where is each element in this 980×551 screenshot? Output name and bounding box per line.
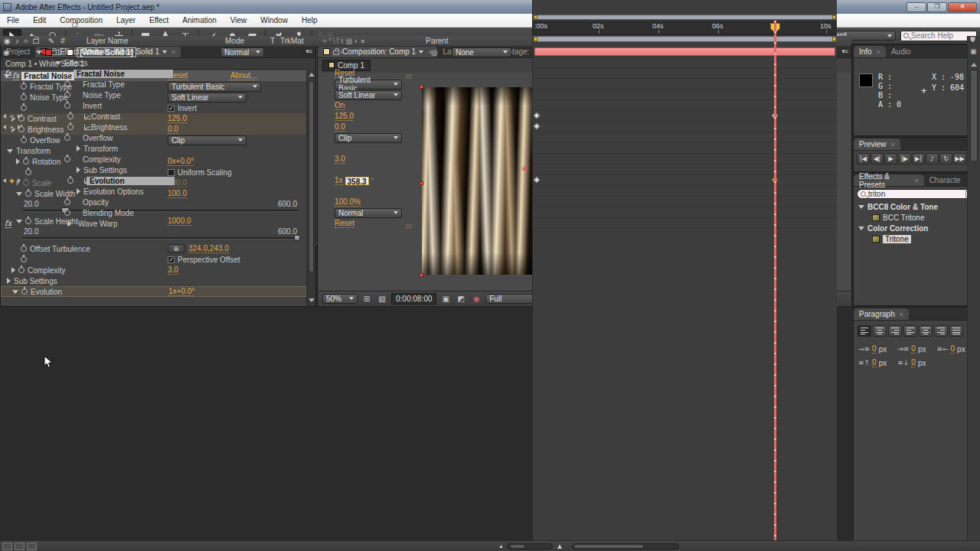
layer-duration-row[interactable]: [533, 47, 837, 57]
close-icon[interactable]: ×: [877, 48, 880, 56]
twirl-right-icon[interactable]: [77, 188, 80, 194]
minimize-button[interactable]: –: [906, 2, 926, 12]
parent-dropdown[interactable]: None: [452, 47, 511, 57]
help-search-box[interactable]: Search Help: [900, 31, 977, 41]
audio-toggle-icon[interactable]: ♪: [926, 153, 939, 165]
tl-row-transform[interactable]: Transform: [0, 143, 532, 154]
stopwatch-icon[interactable]: [67, 178, 74, 184]
twirl-down-icon[interactable]: [858, 227, 864, 230]
fractal-noise-row[interactable]: fx Fractal Noise Reset ...: [0, 68, 532, 79]
contrast-keyframe-row[interactable]: [533, 111, 837, 122]
close-icon[interactable]: ×: [891, 141, 895, 148]
time-navigator-bar[interactable]: [533, 15, 837, 20]
align-right-button[interactable]: [888, 325, 902, 337]
stopwatch-icon[interactable]: [64, 103, 70, 109]
field-value[interactable]: 0: [911, 358, 916, 367]
tl-row-evolution[interactable]: Evolution 1x358.3°: [0, 175, 532, 186]
close-button[interactable]: ✕: [948, 2, 977, 12]
play-button[interactable]: ▶: [884, 153, 897, 165]
next-keyframe-icon[interactable]: [18, 125, 21, 129]
effects-search-box[interactable]: triton ✕: [857, 189, 976, 199]
contrast-value[interactable]: 125.0: [335, 112, 354, 121]
work-area-end-handle[interactable]: [832, 37, 836, 41]
tab-character[interactable]: Characte: [924, 174, 966, 186]
keyframe-navigator[interactable]: [3, 125, 21, 129]
zoom-out-mountain-icon[interactable]: ▲: [498, 543, 504, 549]
indent-left-field[interactable]: →≡0px: [858, 344, 887, 354]
column-trkmat[interactable]: TrkMat: [280, 37, 304, 45]
field-value[interactable]: 0: [911, 344, 916, 354]
twirl-right-icon[interactable]: [67, 220, 71, 227]
effects-group-row[interactable]: Color Correction: [854, 223, 979, 233]
effects-group-row[interactable]: BCC8 Color & Tone: [854, 201, 979, 212]
restore-button[interactable]: ❐: [927, 2, 947, 12]
add-keyframe-icon[interactable]: [9, 124, 15, 129]
expand-inout-icon[interactable]: [27, 543, 37, 550]
column-layer-name[interactable]: Layer Name: [87, 37, 128, 45]
tab-audio[interactable]: Audio: [886, 45, 916, 57]
comp-button-icon[interactable]: ▣: [970, 47, 977, 55]
close-icon[interactable]: ×: [900, 311, 903, 318]
scroll-thumb[interactable]: [970, 70, 978, 161]
fractal-type-dropdown[interactable]: Turbulent Basic: [335, 80, 402, 90]
eye-icon[interactable]: ◉: [3, 48, 10, 57]
evolution-keyframe-row[interactable]: [533, 175, 837, 186]
options-link[interactable]: ...: [406, 69, 412, 78]
effect-name[interactable]: Wave Warp: [78, 220, 118, 228]
twirl-down-icon[interactable]: [55, 61, 61, 65]
wave-warp-row[interactable]: fx Wave Warp Reset ...: [0, 218, 532, 229]
fx-badge[interactable]: fx: [5, 70, 11, 78]
field-value[interactable]: 0: [872, 344, 877, 354]
property-label[interactable]: Evolution: [87, 177, 175, 185]
tl-row-evolution-options[interactable]: Evolution Options: [0, 186, 532, 197]
keyframe-icon[interactable]: [534, 112, 540, 119]
column-mode[interactable]: Mode: [225, 37, 244, 45]
close-icon[interactable]: ×: [914, 177, 918, 184]
layer-twirl-icon[interactable]: [36, 51, 42, 54]
ram-preview-button[interactable]: ▶▶: [953, 153, 966, 165]
align-center-button[interactable]: [873, 325, 887, 337]
effect-item-row-selected[interactable]: Tritone: [854, 233, 979, 244]
menu-animation[interactable]: Animation: [175, 15, 223, 26]
navigator-end-handle[interactable]: [832, 15, 836, 19]
stopwatch-icon[interactable]: [64, 156, 70, 162]
overflow-dropdown[interactable]: Clip: [335, 133, 402, 143]
justify-all-button[interactable]: [949, 325, 963, 337]
time-ruler[interactable]: :00s 02s 04s 06s 10s: [533, 21, 837, 35]
keyframe-icon[interactable]: [534, 177, 540, 183]
layer-label-swatch[interactable]: [45, 49, 52, 56]
tab-info[interactable]: Info×: [854, 46, 886, 57]
next-keyframe-icon[interactable]: [18, 114, 21, 119]
next-frame-button[interactable]: |▶: [898, 153, 911, 165]
prev-keyframe-icon[interactable]: [3, 178, 6, 183]
zoom-in-mountain-icon[interactable]: ▲: [556, 542, 564, 550]
tl-row-contrast[interactable]: Contrast 125.0: [0, 111, 532, 122]
tl-row-sub-settings[interactable]: Sub Settings: [0, 165, 532, 175]
stopwatch-icon[interactable]: [64, 81, 70, 87]
twirl-right-icon[interactable]: [77, 167, 80, 173]
column-t[interactable]: T: [270, 37, 275, 45]
effects-group-row[interactable]: Effects: [0, 57, 532, 68]
next-keyframe-icon[interactable]: [18, 178, 21, 183]
menu-view[interactable]: View: [224, 15, 254, 26]
twirl-right-icon[interactable]: [77, 145, 80, 152]
menu-help[interactable]: Help: [295, 15, 325, 26]
tl-row-brightness[interactable]: Brightness 0.0: [0, 122, 532, 132]
layer-row[interactable]: ◉ 1 [White Solid 1] Normal -+ ∕ fx ◎ Non…: [0, 47, 532, 57]
stopwatch-icon[interactable]: [67, 113, 74, 119]
keyframe-navigator[interactable]: [3, 178, 21, 183]
stopwatch-icon[interactable]: [64, 210, 70, 216]
space-after-field[interactable]: ≡↓0px: [897, 358, 926, 367]
indent-first-line-field[interactable]: ⇥≡0px: [897, 344, 926, 354]
layer-duration-bar[interactable]: [534, 47, 835, 56]
evolution-revolutions[interactable]: 1x: [335, 176, 343, 185]
last-frame-button[interactable]: ▶|: [912, 153, 925, 165]
noise-type-dropdown[interactable]: Soft Linear: [335, 90, 402, 100]
menu-window[interactable]: Window: [253, 15, 295, 26]
keyframe-icon[interactable]: [534, 123, 540, 129]
invert-value[interactable]: On: [335, 101, 345, 110]
effect-item-row[interactable]: BCC Tritone: [854, 212, 979, 223]
current-time-indicator-line[interactable]: [774, 21, 776, 540]
menu-effect[interactable]: Effect: [142, 15, 175, 26]
panel-menu-icon[interactable]: ▾≡: [838, 45, 851, 57]
